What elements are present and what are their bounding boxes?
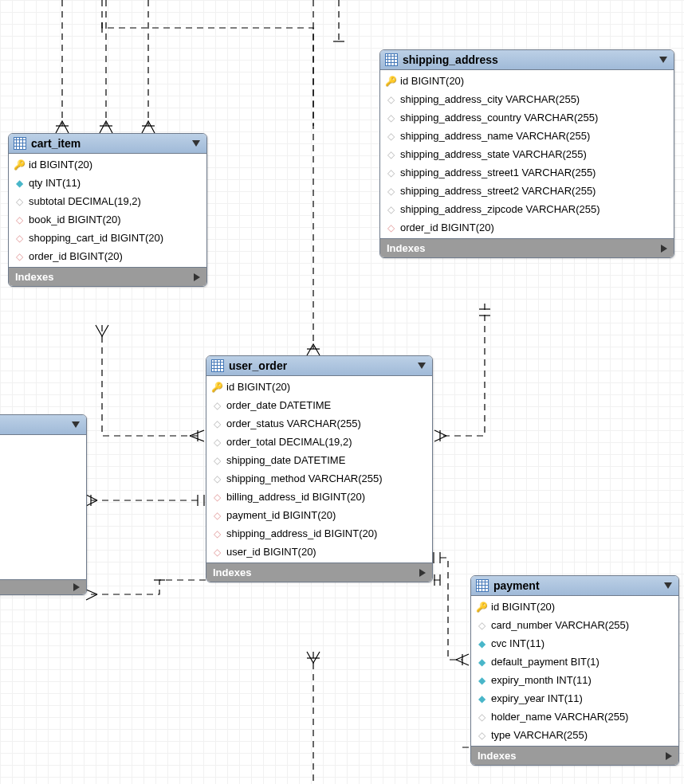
column-text: shipping_address_id BIGINT(20) bbox=[226, 527, 377, 539]
column-row[interactable]: ◇holder_name VARCHAR(255) bbox=[471, 708, 678, 726]
column-row[interactable] bbox=[0, 553, 86, 559]
chevron-down-icon[interactable] bbox=[72, 421, 80, 428]
column-row[interactable]: 🔑id BIGINT(20) bbox=[206, 378, 432, 396]
column-row[interactable]: ◇shipping_date DATETIME bbox=[206, 451, 432, 469]
chevron-right-icon[interactable] bbox=[419, 569, 426, 577]
column-text: user_id BIGINT(20) bbox=[226, 546, 316, 558]
column-row[interactable]: ◇shipping_method VARCHAR(255) bbox=[206, 469, 432, 488]
column-text: id BIGINT(20) bbox=[29, 159, 92, 171]
column-text: cvc INT(11) bbox=[491, 637, 544, 649]
column-text: order_date DATETIME bbox=[226, 399, 331, 411]
chevron-right-icon[interactable] bbox=[661, 245, 667, 253]
diagram-canvas[interactable]: cart_item🔑id BIGINT(20)◆qty INT(11)◇subt… bbox=[0, 0, 684, 784]
column-text: shipping_address_zipcode VARCHAR(255) bbox=[400, 203, 600, 215]
column-row[interactable]: ◇shipping_address_name VARCHAR(255) bbox=[380, 127, 674, 145]
column-row[interactable]: RCHAR(255) bbox=[0, 480, 86, 498]
column-row[interactable]: ◇type VARCHAR(255) bbox=[471, 726, 678, 744]
column-row[interactable]: ◆expiry_year INT(11) bbox=[471, 689, 678, 708]
column-row[interactable]: ◇subtotal DECIMAL(19,2) bbox=[9, 192, 206, 210]
table-header-user_order[interactable]: user_order bbox=[206, 356, 432, 376]
column-text: order_status VARCHAR(255) bbox=[226, 417, 361, 429]
indexes-bar[interactable]: Indexes bbox=[9, 267, 206, 286]
chevron-right-icon[interactable] bbox=[73, 583, 80, 591]
column-row[interactable]: ◆default_payment BIT(1) bbox=[471, 653, 678, 671]
column-row[interactable]: ◇shipping_address_city VARCHAR(255) bbox=[380, 90, 674, 108]
column-row[interactable]: ARCHAR(255) bbox=[0, 461, 86, 480]
column-list: 🔑id BIGINT(20)◆qty INT(11)◇subtotal DECI… bbox=[9, 154, 206, 267]
table-header-shipping_address[interactable]: shipping_address bbox=[380, 50, 674, 70]
column-row[interactable]: ◇order_date DATETIME bbox=[206, 396, 432, 414]
column-row[interactable]: 🔑id BIGINT(20) bbox=[380, 72, 674, 90]
column-text: shipping_address_state VARCHAR(255) bbox=[400, 148, 587, 160]
column-row[interactable]: ◇shipping_address_zipcode VARCHAR(255) bbox=[380, 200, 674, 218]
column-row[interactable]: 🔑id BIGINT(20) bbox=[471, 598, 678, 616]
column-row[interactable]: CHAR(255) bbox=[0, 559, 86, 578]
column-row[interactable]: ◇card_number VARCHAR(255) bbox=[471, 616, 678, 634]
chevron-right-icon[interactable] bbox=[194, 273, 200, 281]
table-icon bbox=[476, 579, 489, 592]
column-row[interactable]: ◇shopping_cart_id BIGINT(20) bbox=[9, 229, 206, 247]
chevron-down-icon[interactable] bbox=[192, 140, 200, 147]
column-row[interactable]: RCHAR(255) bbox=[0, 498, 86, 516]
column-text: default_payment BIT(1) bbox=[491, 656, 599, 668]
column-list: 🔑id BIGINT(20)◇card_number VARCHAR(255)◆… bbox=[471, 596, 678, 746]
column-text: subtotal DECIMAL(19,2) bbox=[29, 195, 141, 207]
table-icon bbox=[14, 137, 26, 150]
column-row[interactable]: ◆cvc INT(11) bbox=[471, 634, 678, 653]
indexes-bar[interactable]: Indexes bbox=[380, 238, 674, 257]
chevron-right-icon[interactable] bbox=[666, 752, 672, 760]
column-text: shipping_address_city VARCHAR(255) bbox=[400, 93, 580, 105]
indexes-label: Indexes bbox=[387, 242, 425, 254]
indexes-label: Indexes bbox=[213, 566, 251, 578]
column-row[interactable]: 🔑id BIGINT(20) bbox=[9, 155, 206, 174]
indexes-bar[interactable] bbox=[0, 579, 86, 594]
column-row[interactable]: ◇shipping_address_id BIGINT(20) bbox=[206, 524, 432, 543]
table-title: cart_item bbox=[31, 137, 81, 150]
column-row[interactable]: ◇shipping_address_street1 VARCHAR(255) bbox=[380, 163, 674, 182]
column-row[interactable]: ◇shipping_address_state VARCHAR(255) bbox=[380, 145, 674, 163]
table-shipping_address[interactable]: shipping_address🔑id BIGINT(20)◇shipping_… bbox=[379, 49, 674, 258]
column-row[interactable]: ◇user_id BIGINT(20) bbox=[206, 543, 432, 561]
column-text: card_number VARCHAR(255) bbox=[491, 619, 629, 631]
table-title: user_order bbox=[229, 359, 287, 372]
column-row[interactable]: ◇order_id BIGINT(20) bbox=[380, 218, 674, 237]
column-text: shipping_address_street1 VARCHAR(255) bbox=[400, 167, 596, 178]
column-row[interactable]: ◇order_id BIGINT(20) bbox=[9, 247, 206, 265]
column-text: order_total DECIMAL(19,2) bbox=[226, 436, 352, 448]
table-icon bbox=[385, 53, 398, 66]
column-row[interactable]: ◇order_total DECIMAL(19,2) bbox=[206, 433, 432, 451]
chevron-down-icon[interactable] bbox=[418, 363, 426, 369]
column-text: shipping_method VARCHAR(255) bbox=[226, 472, 383, 484]
column-text: order_id BIGINT(20) bbox=[29, 250, 123, 262]
table-partial_left[interactable]: HAR(255)ARCHAR(255)RCHAR(255)RCHAR(255)R… bbox=[0, 414, 87, 595]
column-text: type VARCHAR(255) bbox=[491, 729, 588, 741]
table-header-cart_item[interactable]: cart_item bbox=[9, 134, 206, 154]
column-row[interactable]: HAR(255) bbox=[0, 443, 86, 461]
table-header-payment[interactable]: payment bbox=[471, 576, 678, 596]
column-row[interactable]: ◇book_id BIGINT(20) bbox=[9, 210, 206, 229]
indexes-bar[interactable]: Indexes bbox=[471, 746, 678, 765]
table-payment[interactable]: payment🔑id BIGINT(20)◇card_number VARCHA… bbox=[470, 575, 679, 766]
chevron-down-icon[interactable] bbox=[664, 582, 672, 589]
column-row[interactable]: ◇billing_address_id BIGINT(20) bbox=[206, 488, 432, 506]
indexes-bar[interactable]: Indexes bbox=[206, 563, 432, 582]
column-list: 🔑id BIGINT(20)◇order_date DATETIME◇order… bbox=[206, 376, 432, 563]
column-row[interactable]: ◇shipping_address_country VARCHAR(255) bbox=[380, 108, 674, 127]
column-row[interactable] bbox=[0, 437, 86, 443]
column-text: billing_address_id BIGINT(20) bbox=[226, 491, 365, 503]
column-row[interactable]: RCHAR(255) bbox=[0, 516, 86, 535]
chevron-down-icon[interactable] bbox=[659, 57, 667, 63]
table-header-partial_left[interactable] bbox=[0, 415, 86, 435]
column-text: qty INT(11) bbox=[29, 177, 81, 189]
column-row[interactable]: ◇order_status VARCHAR(255) bbox=[206, 414, 432, 433]
column-text: id BIGINT(20) bbox=[491, 601, 555, 613]
column-list: 🔑id BIGINT(20)◇shipping_address_city VAR… bbox=[380, 70, 674, 238]
column-text: expiry_year INT(11) bbox=[491, 692, 583, 704]
column-row[interactable]: ◇shipping_address_street2 VARCHAR(255) bbox=[380, 182, 674, 200]
column-row[interactable]: ARCHAR(255) bbox=[0, 535, 86, 553]
column-row[interactable]: ◆expiry_month INT(11) bbox=[471, 671, 678, 689]
column-row[interactable]: ◆qty INT(11) bbox=[9, 174, 206, 192]
column-row[interactable]: ◇payment_id BIGINT(20) bbox=[206, 506, 432, 524]
table-cart_item[interactable]: cart_item🔑id BIGINT(20)◆qty INT(11)◇subt… bbox=[8, 133, 207, 287]
table-user_order[interactable]: user_order🔑id BIGINT(20)◇order_date DATE… bbox=[206, 355, 433, 582]
